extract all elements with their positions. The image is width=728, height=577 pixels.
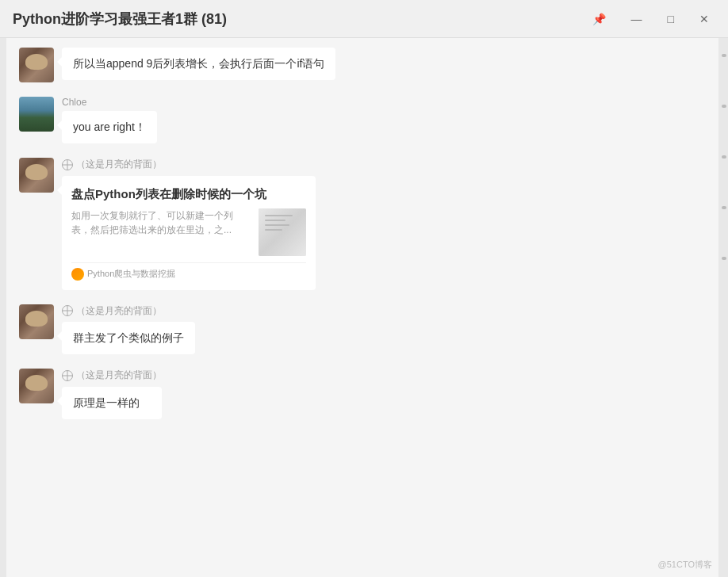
link-card-desc: 如用一次复制就行了、可以新建一个列表，然后把筛选出来的放在里边，之...: [71, 208, 251, 256]
sender-name-text: （这是月亮的背面）: [76, 158, 162, 171]
source-name: Python爬虫与数据挖掘: [87, 268, 175, 280]
title-bar: Python进阶学习最强王者1群 (81) 📌 — □ ✕: [0, 0, 728, 38]
pin-button[interactable]: 📌: [586, 10, 612, 29]
sender-name: （这是月亮的背面）: [62, 369, 162, 384]
restore-button[interactable]: □: [661, 10, 680, 29]
avatar: [19, 304, 54, 339]
message-text: 群主发了个类似的例子: [73, 331, 184, 344]
message-bubble: 原理是一样的: [62, 387, 162, 419]
minimize-button[interactable]: —: [625, 10, 649, 29]
link-card-title: 盘点Python列表在删除时候的一个坑: [71, 185, 306, 202]
scroll-marker: [722, 105, 726, 108]
message-bubble: 所以当append 9后列表增长，会执行后面一个if语句: [62, 48, 335, 80]
sender-badge: （这是月亮的背面）: [62, 304, 162, 318]
message-col: Chloe you are right！: [62, 97, 157, 143]
sender-name: （这是月亮的背面）: [62, 304, 195, 319]
link-card[interactable]: 盘点Python列表在删除时候的一个坑 如用一次复制就行了、可以新建一个列表，然…: [62, 176, 316, 290]
message-row: （这是月亮的背面） 盘点Python列表在删除时候的一个坑 如用一次复制就行了、…: [19, 158, 706, 290]
message-col: （这是月亮的背面） 盘点Python列表在删除时候的一个坑 如用一次复制就行了、…: [62, 158, 316, 290]
avatar: [19, 369, 54, 403]
message-row: Chloe you are right！: [19, 97, 706, 143]
message-col: （这是月亮的背面） 群主发了个类似的例子: [62, 304, 195, 355]
sender-name: Chloe: [62, 97, 157, 108]
source-icon: [71, 268, 84, 281]
link-card-source: Python爬虫与数据挖掘: [71, 262, 306, 281]
thumb-line: [265, 220, 285, 221]
message-row: （这是月亮的背面） 群主发了个类似的例子: [19, 304, 706, 355]
avatar: [19, 48, 54, 82]
right-markers: [722, 54, 726, 260]
message-text: you are right！: [73, 120, 146, 133]
globe-icon: [62, 305, 73, 316]
left-panel: [0, 38, 6, 577]
scroll-marker: [722, 206, 726, 209]
main-layout: 所以当append 9后列表增长，会执行后面一个if语句 Chloe you a…: [0, 38, 728, 577]
right-panel[interactable]: [718, 38, 728, 577]
window-controls: 📌 — □ ✕: [586, 10, 715, 29]
scroll-marker: [722, 54, 726, 57]
avatar: [19, 97, 54, 132]
message-bubble: 群主发了个类似的例子: [62, 322, 195, 354]
message-col: （这是月亮的背面） 原理是一样的: [62, 369, 162, 419]
window-title: Python进阶学习最强王者1群 (81): [13, 10, 227, 29]
link-card-thumbnail: [259, 208, 306, 256]
sender-name: （这是月亮的背面）: [62, 158, 316, 173]
sender-badge: （这是月亮的背面）: [62, 369, 162, 382]
avatar: [19, 158, 54, 193]
watermark: @51CTO博客: [658, 559, 712, 571]
link-card-body: 如用一次复制就行了、可以新建一个列表，然后把筛选出来的放在里边，之...: [71, 208, 306, 256]
thumb-line: [265, 215, 293, 216]
message-row: 所以当append 9后列表增长，会执行后面一个if语句: [19, 48, 706, 82]
globe-icon: [62, 370, 73, 381]
message-text: 所以当append 9后列表增长，会执行后面一个if语句: [73, 57, 324, 70]
sender-name-text: （这是月亮的背面）: [76, 304, 162, 318]
thumb-line: [265, 224, 289, 226]
sender-name-text: （这是月亮的背面）: [76, 369, 162, 382]
sender-badge: （这是月亮的背面）: [62, 158, 162, 171]
message-col: 所以当append 9后列表增长，会执行后面一个if语句: [62, 48, 335, 80]
message-row: （这是月亮的背面） 原理是一样的: [19, 369, 706, 419]
scroll-marker: [722, 257, 726, 260]
thumb-line: [265, 229, 282, 231]
globe-icon: [62, 159, 73, 170]
close-button[interactable]: ✕: [693, 10, 715, 29]
message-text: 原理是一样的: [73, 396, 140, 409]
message-bubble: you are right！: [62, 111, 157, 143]
scroll-marker: [722, 155, 726, 159]
thumbnail-inner: [259, 208, 306, 256]
chat-area[interactable]: 所以当append 9后列表增长，会执行后面一个if语句 Chloe you a…: [6, 38, 718, 577]
thumb-lines: [265, 215, 300, 234]
